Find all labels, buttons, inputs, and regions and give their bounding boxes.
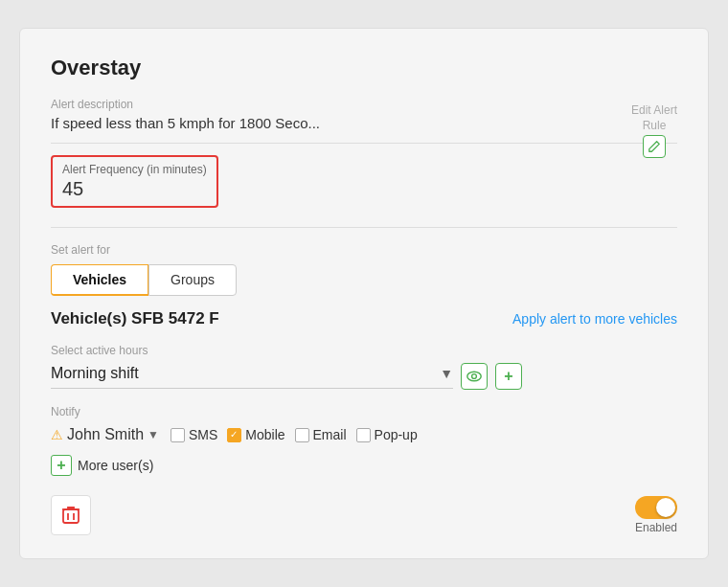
svg-rect-2 — [63, 509, 79, 523]
overstay-card: Overstay Alert description If speed less… — [19, 28, 709, 559]
notify-row: ⚠ John Smith ▼ SMS Mobile Email Pop-up — [51, 426, 677, 443]
sms-checkbox[interactable] — [171, 428, 185, 442]
tab-vehicles[interactable]: Vehicles — [51, 264, 148, 296]
alert-frequency-value: 45 — [62, 178, 207, 200]
trash-icon — [62, 506, 80, 525]
view-active-hours-button[interactable] — [461, 363, 488, 390]
active-hours-dropdown[interactable]: Morning shift ▼ — [51, 365, 453, 389]
active-hours-dropdown-inner[interactable]: Morning shift ▼ — [51, 365, 453, 382]
toggle-knob — [656, 498, 675, 517]
alert-frequency-box: Alert Frequency (in minutes) 45 — [51, 155, 218, 208]
enabled-toggle[interactable] — [635, 496, 677, 519]
pencil-icon — [648, 140, 661, 153]
mobile-checkbox[interactable] — [227, 428, 241, 442]
set-alert-for-label: Set alert for — [51, 243, 677, 257]
popup-label: Pop-up — [375, 427, 418, 442]
alert-frequency-label: Alert Frequency (in minutes) — [62, 163, 207, 176]
edit-alert-rule-area: Edit AlertRule — [631, 103, 677, 158]
active-hours-value: Morning shift — [51, 365, 139, 382]
svg-point-1 — [472, 374, 477, 379]
add-active-hours-button[interactable]: + — [495, 363, 522, 390]
vehicles-row: Vehicle(s) SFB 5472 F Apply alert to mor… — [51, 309, 677, 328]
page-title: Overstay — [51, 56, 677, 80]
sms-option[interactable]: SMS — [171, 427, 217, 442]
vehicles-label: Vehicle(s) SFB 5472 F — [51, 309, 219, 328]
notify-label: Notify — [51, 405, 677, 418]
mobile-option[interactable]: Mobile — [227, 427, 284, 442]
tab-groups[interactable]: Groups — [148, 264, 237, 296]
svg-point-0 — [467, 372, 481, 381]
apply-alert-link[interactable]: Apply alert to more vehicles — [512, 311, 677, 327]
tab-group: Vehicles Groups — [51, 264, 677, 296]
toggle-label: Enabled — [635, 521, 677, 534]
email-checkbox[interactable] — [295, 428, 309, 442]
divider-1 — [51, 143, 677, 144]
divider-2 — [51, 227, 677, 228]
alert-description-text: If speed less than 5 kmph for 1800 Seco.… — [51, 115, 677, 131]
bottom-row: Enabled — [51, 495, 677, 535]
email-label: Email — [313, 427, 347, 442]
notify-options: SMS Mobile Email Pop-up — [171, 427, 418, 442]
email-option[interactable]: Email — [295, 427, 347, 442]
warning-icon: ⚠ — [51, 427, 63, 442]
user-chevron-icon: ▼ — [148, 428, 159, 441]
toggle-group: Enabled — [635, 496, 677, 534]
eye-icon — [466, 369, 482, 384]
popup-option[interactable]: Pop-up — [356, 427, 418, 442]
user-name: John Smith — [67, 426, 144, 443]
edit-alert-rule-label: Edit AlertRule — [631, 103, 677, 133]
alert-description-label: Alert description — [51, 98, 677, 111]
sms-label: SMS — [189, 427, 217, 442]
delete-button[interactable] — [51, 495, 91, 535]
user-selector[interactable]: ⚠ John Smith ▼ — [51, 426, 159, 443]
more-users-row: + More user(s) — [51, 455, 677, 476]
more-users-label: More user(s) — [78, 458, 153, 473]
add-user-button[interactable]: + — [51, 455, 72, 476]
active-hours-row: Morning shift ▼ + — [51, 363, 677, 390]
active-hours-label: Select active hours — [51, 344, 677, 357]
mobile-label: Mobile — [245, 427, 284, 442]
popup-checkbox[interactable] — [356, 428, 371, 442]
chevron-down-icon: ▼ — [440, 366, 453, 381]
edit-alert-rule-button[interactable] — [643, 135, 666, 158]
